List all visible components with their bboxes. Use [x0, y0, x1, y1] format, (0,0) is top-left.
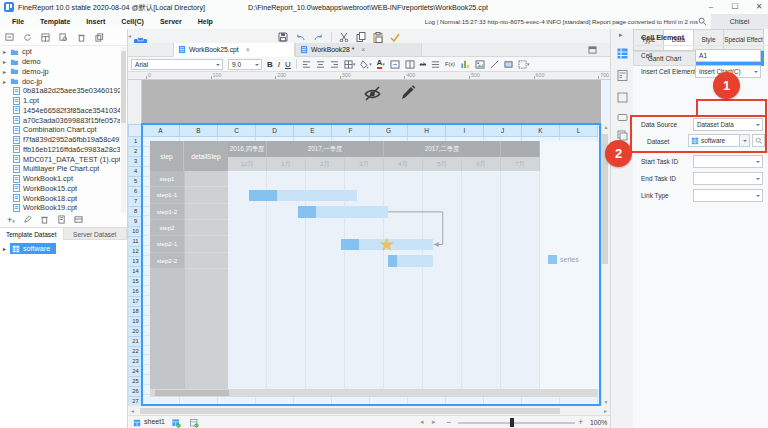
zoom-out-button[interactable]: −	[446, 417, 451, 427]
tab-overflow-icon[interactable]	[588, 46, 597, 54]
tree-item-doc-jp[interactable]: ▸doc-jp	[1, 76, 120, 86]
row-header-9[interactable]: 9	[128, 217, 142, 227]
row-header-13[interactable]: 13	[128, 257, 142, 267]
delete-dataset-icon[interactable]	[40, 215, 49, 224]
paste-icon[interactable]	[373, 32, 383, 43]
line-spacing-icon[interactable]	[431, 60, 440, 69]
sheet-next-icon[interactable]: ▸	[432, 418, 436, 426]
underline-button[interactable]: U	[285, 59, 291, 70]
row-header-11[interactable]: 11	[128, 237, 142, 247]
row-header-25[interactable]: 25	[128, 377, 142, 387]
tree-item-a70c3ada03699883f15fe057ae5c9f1[interactable]: a70c3ada03699883f15fe057ae5c9f1	[1, 115, 120, 125]
row-header-1[interactable]: 1	[128, 137, 142, 147]
row-header-3[interactable]: 3	[128, 157, 142, 167]
column-header-i[interactable]: I	[446, 124, 484, 137]
menu-item-help[interactable]: Help	[190, 18, 221, 25]
tab-special-effect[interactable]: Special Effect	[724, 29, 764, 51]
edit-dataset-icon[interactable]	[23, 215, 32, 224]
insert-line-icon[interactable]	[490, 60, 499, 69]
collapse-sidebar-icon[interactable]: ◂	[128, 32, 131, 39]
scroll-up-icon[interactable]: ▲	[604, 124, 609, 130]
tree-item-cpt[interactable]: ▸cpt	[1, 47, 120, 57]
menu-item-file[interactable]: File	[4, 18, 32, 25]
row-header-23[interactable]: 23	[128, 357, 142, 367]
row-header-17[interactable]: 17	[128, 297, 142, 307]
cell-element-icon[interactable]	[617, 48, 628, 59]
search-icon[interactable]	[698, 17, 707, 26]
undo-icon[interactable]	[295, 32, 306, 42]
hide-chart-icon[interactable]	[363, 86, 382, 101]
row-header-26[interactable]: 26	[128, 387, 142, 397]
column-header-d[interactable]: D	[256, 124, 294, 137]
collapse-panel-icon[interactable]: ▸	[619, 31, 623, 39]
select-all-corner[interactable]	[128, 124, 142, 137]
tree-item-workbook1-cpt[interactable]: WorkBook1.cpt	[1, 174, 120, 184]
row-header-12[interactable]: 12	[128, 247, 142, 257]
row-header-10[interactable]: 10	[128, 227, 142, 237]
row-header-24[interactable]: 24	[128, 367, 142, 377]
column-header-c[interactable]: C	[218, 124, 256, 137]
expand-caret-icon[interactable]: ▸	[3, 78, 9, 85]
end-task-id-select[interactable]	[693, 172, 763, 185]
add-dataset-button[interactable]: +▾	[7, 215, 15, 225]
close-tab-icon[interactable]: ×	[361, 46, 365, 53]
locate-file-icon[interactable]	[59, 33, 68, 42]
column-header-j[interactable]: J	[484, 124, 522, 137]
column-header-e[interactable]: E	[294, 124, 332, 137]
tree-item-mdc071-data-test-1-cpt[interactable]: MDC071_DATA_TEST (1).cpt	[1, 154, 120, 164]
row-header-16[interactable]: 16	[128, 287, 142, 297]
formula-button[interactable]: F(x)	[445, 61, 455, 67]
doc-tab-workbook28[interactable]: WorkBook28 * ×	[295, 43, 422, 57]
tree-item-combination-chart-cpt[interactable]: Combination Chart.cpt	[1, 125, 120, 135]
tab-server-dataset[interactable]: Server Dataset	[64, 227, 128, 240]
row-header-7[interactable]: 7	[128, 197, 142, 207]
row-header-5[interactable]: 5	[128, 177, 142, 187]
row-header-4[interactable]: 4	[128, 167, 142, 177]
scroll-down-icon[interactable]: ▼	[604, 399, 609, 405]
preview-dataset-icon[interactable]	[57, 215, 66, 224]
row-header-8[interactable]: 8	[128, 207, 142, 217]
refresh-icon[interactable]	[23, 33, 32, 42]
unmerge-cells-icon[interactable]	[405, 60, 415, 69]
cell-ref-input[interactable]: A1	[695, 49, 761, 62]
tree-item-1454e66582f3f85ace3541034cde6ce[interactable]: 1454e66582f3f85ace3541034cde6ce	[1, 106, 120, 116]
milestone-star-icon[interactable]: ★	[378, 235, 395, 254]
delete-icon[interactable]	[77, 33, 86, 42]
border-select[interactable]: ▾	[344, 60, 356, 69]
row-header-19[interactable]: 19	[128, 317, 142, 327]
hscroll-thumb[interactable]	[140, 408, 560, 414]
tree-item-demo-jp[interactable]: ▸demo-jp	[1, 67, 120, 77]
cut-icon[interactable]	[339, 32, 349, 42]
start-task-id-select[interactable]	[693, 155, 763, 168]
minimize-button[interactable]: –	[703, 1, 719, 13]
report-canvas[interactable]: ABCDEFGHIJKL 123456789101112131415161718…	[128, 80, 610, 406]
float-element-panel-icon[interactable]	[617, 92, 628, 103]
chart-legend[interactable]: series	[548, 255, 579, 264]
tree-item-multilayer-pie-chart-cpt[interactable]: Multilayer Pie Chart.cpt	[1, 164, 120, 174]
tree-item-0b81a82d25aee35e034601921314013[interactable]: 0b81a82d25aee35e034601921314013	[1, 86, 120, 96]
dataset-select-caret[interactable]	[739, 134, 750, 147]
column-header-g[interactable]: G	[370, 124, 408, 137]
expand-caret-icon[interactable]: ▸	[3, 68, 9, 75]
dataset-select[interactable]: software	[688, 134, 740, 147]
insert-widget-icon[interactable]	[504, 60, 513, 69]
tree-item-1-cpt[interactable]: 1.cpt	[1, 96, 120, 106]
tab-template-dataset[interactable]: Template Dataset	[0, 227, 64, 240]
view-table-icon[interactable]	[41, 33, 50, 42]
zoom-in-button[interactable]: +	[578, 417, 583, 427]
tree-scrollbar-thumb[interactable]	[121, 51, 126, 123]
add-grid-sheet-icon[interactable]	[172, 419, 181, 428]
row-header-6[interactable]: 6	[128, 187, 142, 197]
column-header-b[interactable]: B	[180, 124, 218, 137]
dataset-search-button[interactable]	[752, 134, 765, 147]
font-color-select[interactable]: A▾	[377, 59, 385, 69]
menu-item-insert[interactable]: Insert	[78, 18, 113, 25]
close-tab-icon[interactable]: ×	[246, 46, 250, 53]
row-header-15[interactable]: 15	[128, 277, 142, 287]
merge-cells-icon[interactable]	[390, 60, 400, 69]
tree-item-workbook18-cpt[interactable]: WorkBook18.cpt	[1, 193, 120, 203]
row-header-20[interactable]: 20	[128, 327, 142, 337]
copy-icon[interactable]	[95, 33, 104, 42]
align-center-icon[interactable]	[316, 60, 325, 69]
doc-tab-workbook25[interactable]: WorkBook25.cpt ×	[173, 43, 295, 57]
